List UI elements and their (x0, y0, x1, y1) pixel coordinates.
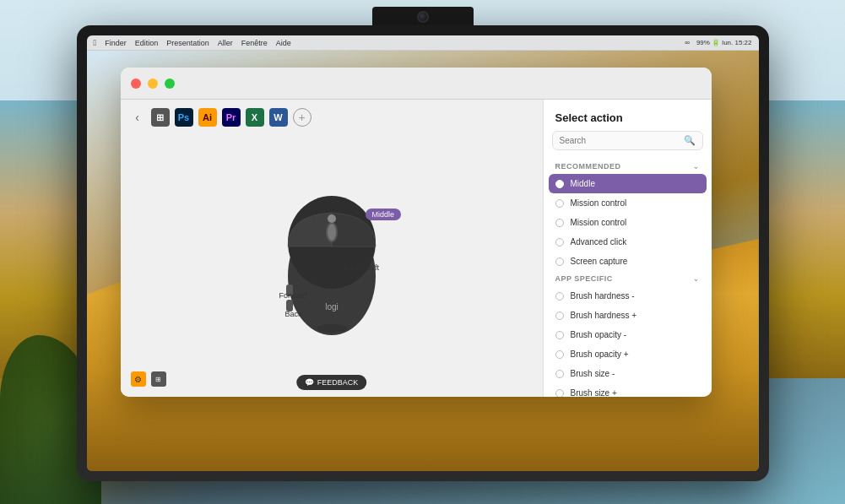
app-icon-illustrator[interactable]: Ai (198, 108, 217, 127)
back-label: Back (285, 310, 302, 318)
battery-status: 99% 🔋 lun. 15:22 (696, 39, 752, 46)
apple-menu[interactable]:  (94, 38, 97, 47)
radio-brush-size-plus (555, 389, 564, 398)
action-label-middle: Middle (571, 179, 595, 188)
radio-middle (555, 180, 564, 188)
recommended-chevron[interactable]: ⌄ (693, 163, 700, 171)
app-specific-section-header: APP SPECIFIC ⌄ (544, 271, 712, 286)
webcam (372, 7, 474, 27)
app-icon-premiere[interactable]: Pr (222, 108, 241, 127)
app-specific-chevron[interactable]: ⌄ (693, 275, 700, 283)
bottom-icon-1[interactable]: ⚙ (131, 371, 146, 387)
back-text: Back (285, 310, 302, 318)
mode-shift-text: Mode shift (344, 263, 380, 272)
search-input[interactable] (560, 136, 680, 145)
action-label-mission2: Mission control (571, 218, 627, 227)
action-list: RECOMMENDED ⌄ Middle (544, 159, 712, 397)
action-item-brush-hard-minus[interactable]: Brush hardness - (544, 286, 712, 306)
middle-label: Middle (366, 210, 402, 219)
bottom-icons: ⚙ ⊞ (131, 371, 166, 387)
search-bar[interactable]: 🔍 (552, 131, 703, 150)
wifi-icon: ∞ (685, 39, 690, 46)
radio-brush-hard-minus (555, 292, 564, 301)
action-item-brush-hard-plus[interactable]: Brush hardness + (544, 306, 712, 325)
action-label-screen: Screen capture (571, 257, 628, 266)
monitor-screen:  Finder Edition Presentation Aller Fenê… (87, 35, 759, 471)
right-panel: Select action 🔍 RECOMMENDED ⌄ (543, 100, 712, 397)
menubar:  Finder Edition Presentation Aller Fenê… (87, 35, 759, 51)
radio-advanced (555, 238, 564, 247)
action-item-brush-opac-plus[interactable]: Brush opacity + (544, 344, 712, 364)
forward-label: Forward (279, 291, 307, 300)
svg-point-4 (328, 214, 336, 223)
action-label-brush-hard-minus: Brush hardness - (571, 291, 635, 301)
action-label-brush-size-minus: Brush size - (571, 369, 615, 378)
app-icon-word[interactable]: W (269, 108, 288, 127)
menu-fenetre[interactable]: Fenêtre (241, 39, 268, 47)
action-label-brush-hard-plus: Brush hardness + (571, 311, 637, 320)
radio-mission2 (555, 219, 564, 227)
desktop: ‹ ⊞ Ps Ai Pr X W + (87, 51, 759, 471)
menubar-left:  Finder Edition Presentation Aller Fenê… (94, 38, 291, 47)
maximize-button[interactable] (165, 79, 175, 89)
left-panel: ‹ ⊞ Ps Ai Pr X W + (121, 100, 543, 397)
svg-point-8 (317, 324, 347, 333)
minimize-button[interactable] (148, 79, 158, 89)
radio-brush-opac-minus (555, 331, 564, 339)
action-label-mission1: Mission control (571, 198, 627, 208)
monitor-bezel:  Finder Edition Presentation Aller Fenê… (77, 25, 769, 481)
action-item-screen[interactable]: Screen capture (544, 252, 712, 271)
action-label-advanced: Advanced click (571, 237, 627, 247)
menu-aide[interactable]: Aide (276, 39, 291, 47)
radio-screen (555, 257, 564, 266)
action-item-brush-size-plus[interactable]: Brush size + (544, 383, 712, 397)
action-label-brush-opac-plus: Brush opacity + (571, 350, 629, 359)
mouse-svg: logi (256, 166, 408, 352)
radio-brush-opac-plus (555, 350, 564, 359)
back-icon: ‹ (135, 111, 139, 124)
mouse-area: logi Middle Mode shift (256, 166, 408, 355)
radio-mission1 (555, 199, 564, 208)
menubar-right: ∞ 99% 🔋 lun. 15:22 (685, 39, 751, 46)
svg-text:logi: logi (325, 302, 339, 312)
action-item-brush-size-minus[interactable]: Brush size - (544, 364, 712, 383)
bottom-icon-2[interactable]: ⊞ (151, 371, 166, 387)
feedback-icon: 💬 (305, 378, 314, 387)
app-specific-label: APP SPECIFIC (555, 274, 613, 283)
app-icon-grid[interactable]: ⊞ (151, 108, 170, 127)
app-icon-excel[interactable]: X (246, 108, 264, 127)
action-item-advanced[interactable]: Advanced click (544, 232, 712, 252)
radio-brush-hard-plus (555, 312, 564, 320)
menu-presentation[interactable]: Presentation (166, 39, 209, 47)
app-window: ‹ ⊞ Ps Ai Pr X W + (121, 68, 712, 397)
feedback-label: FEEDBACK (317, 378, 359, 387)
feedback-button[interactable]: 💬 FEEDBACK (296, 375, 367, 390)
close-button[interactable] (131, 79, 141, 89)
middle-bubble: Middle (366, 209, 402, 220)
action-item-mission2[interactable]: Mission control (544, 213, 712, 232)
app-icon-photoshop[interactable]: Ps (175, 108, 193, 127)
add-app-button[interactable]: + (293, 108, 311, 127)
menu-edition[interactable]: Edition (135, 39, 159, 47)
monitor:  Finder Edition Presentation Aller Fenê… (77, 25, 769, 481)
action-panel-title: Select action (544, 100, 712, 131)
forward-text: Forward (279, 291, 307, 300)
action-item-mission1[interactable]: Mission control (544, 193, 712, 213)
window-body: ‹ ⊞ Ps Ai Pr X W + (121, 100, 712, 397)
action-item-brush-opac-minus[interactable]: Brush opacity - (544, 325, 712, 344)
webcam-lens (417, 11, 429, 23)
action-label-brush-opac-minus: Brush opacity - (571, 330, 627, 339)
recommended-section-header: RECOMMENDED ⌄ (544, 159, 712, 174)
mode-shift-label: Mode shift (344, 263, 380, 272)
search-icon: 🔍 (684, 135, 696, 146)
action-label-brush-size-plus: Brush size + (571, 388, 617, 397)
back-button[interactable]: ‹ (129, 109, 146, 126)
action-item-middle[interactable]: Middle (549, 174, 707, 193)
menu-aller[interactable]: Aller (218, 39, 233, 47)
window-titlebar (121, 68, 712, 100)
toolbar-row: ‹ ⊞ Ps Ai Pr X W + (129, 108, 534, 127)
menu-finder[interactable]: Finder (105, 39, 127, 47)
radio-brush-size-minus (555, 370, 564, 378)
recommended-label: RECOMMENDED (555, 162, 621, 171)
svg-point-3 (328, 224, 336, 241)
